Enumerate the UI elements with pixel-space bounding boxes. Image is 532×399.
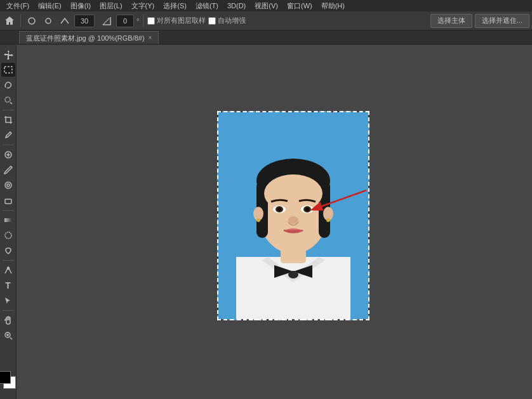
gradient-tool[interactable]	[1, 213, 15, 227]
menu-edit[interactable]: 编辑(E)	[34, 0, 65, 11]
rect-marquee-tool[interactable]	[1, 63, 15, 77]
spot-heal-tool[interactable]	[1, 148, 15, 162]
svg-rect-8	[4, 218, 12, 222]
svg-line-38	[322, 190, 366, 206]
svg-rect-2	[4, 67, 12, 73]
tool-sep-5	[3, 310, 14, 311]
svg-point-6	[7, 184, 10, 186]
svg-point-34	[288, 271, 298, 278]
toolbar: ° 对所有图层取样 自动增强 选择主体 选择并遮住...	[0, 11, 532, 30]
move-tool[interactable]	[1, 48, 15, 62]
quick-select-tool[interactable]	[1, 93, 15, 107]
tab-label: 蓝底证件照素材.jpg @ 100%(RGB/8#)	[26, 32, 145, 44]
angle-input[interactable]	[116, 15, 134, 27]
dodge-tool[interactable]	[1, 244, 15, 258]
svg-point-27	[288, 216, 298, 224]
angle-icon[interactable]	[100, 14, 114, 28]
svg-rect-13	[236, 257, 350, 320]
menu-layer[interactable]: 图层(L)	[96, 0, 126, 11]
zoom-tool[interactable]	[1, 329, 15, 343]
select-subject-button[interactable]: 选择主体	[430, 14, 472, 28]
red-arrow-indicator	[309, 184, 369, 216]
svg-rect-7	[5, 199, 11, 204]
blur-tool[interactable]	[1, 228, 15, 242]
tool-sep-3	[3, 210, 14, 211]
crop-tool[interactable]	[1, 113, 15, 127]
menu-view[interactable]: 视图(V)	[251, 0, 282, 11]
menu-text[interactable]: 文字(Y)	[128, 0, 159, 11]
svg-point-1	[46, 18, 51, 23]
eyedropper-tool[interactable]	[1, 128, 15, 142]
brush-size-input[interactable]	[74, 15, 95, 27]
auto-enhance-checkbox[interactable]: 自动增强	[208, 16, 246, 25]
degree-label: °	[136, 17, 139, 25]
menubar: 文件(F) 编辑(E) 图像(I) 图层(L) 文字(Y) 选择(S) 滤镜(T…	[0, 0, 532, 11]
text-tool[interactable]: T	[1, 278, 15, 292]
brush-preset-icon[interactable]	[25, 14, 39, 28]
hand-tool[interactable]	[1, 313, 15, 327]
clone-tool[interactable]	[1, 178, 15, 192]
foreground-color-swatch[interactable]	[0, 371, 11, 384]
svg-point-5	[5, 182, 11, 188]
menu-help[interactable]: 帮助(H)	[317, 0, 349, 11]
svg-point-0	[29, 18, 35, 24]
tool-sep-1	[3, 110, 14, 110]
tool-sep-2	[3, 145, 14, 145]
tabbar: 蓝底证件照素材.jpg @ 100%(RGB/8#) ×	[0, 30, 532, 44]
toolbar-separator-1	[20, 15, 21, 27]
tool-sep-4	[3, 260, 14, 261]
eraser-tool[interactable]	[1, 193, 15, 207]
select-and-mask-button[interactable]: 选择并遮住...	[475, 14, 529, 28]
brush-size-icon[interactable]	[41, 14, 55, 28]
menu-filter[interactable]: 滤镜(T)	[192, 0, 222, 11]
photo-image	[217, 111, 369, 320]
menu-image[interactable]: 图像(I)	[67, 0, 95, 11]
svg-point-3	[5, 97, 10, 102]
photo-container	[217, 111, 369, 320]
document-tab[interactable]: 蓝底证件照素材.jpg @ 100%(RGB/8#) ×	[19, 31, 159, 44]
svg-point-10	[7, 268, 9, 270]
home-icon[interactable]	[3, 14, 17, 28]
canvas-area	[17, 45, 532, 399]
menu-select[interactable]: 选择(S)	[159, 0, 190, 11]
sample-all-layers-checkbox[interactable]: 对所有图层取样	[147, 16, 206, 25]
brush-mode-icon[interactable]	[58, 14, 72, 28]
photo-svg	[217, 111, 369, 320]
svg-point-9	[5, 232, 11, 239]
svg-point-30	[256, 218, 260, 222]
svg-point-31	[326, 218, 330, 222]
left-toolbar: T	[0, 45, 17, 399]
pen-tool[interactable]	[1, 263, 15, 277]
brush-tool[interactable]	[1, 163, 15, 177]
menu-3d[interactable]: 3D(D)	[223, 0, 249, 11]
menu-file[interactable]: 文件(F)	[3, 0, 33, 11]
toolbar-separator-2	[143, 15, 143, 27]
path-select-tool[interactable]	[1, 294, 15, 308]
svg-point-23	[277, 207, 281, 211]
lasso-tool[interactable]	[1, 78, 15, 92]
tab-close-button[interactable]: ×	[149, 32, 152, 44]
menu-window[interactable]: 窗口(W)	[283, 0, 316, 11]
